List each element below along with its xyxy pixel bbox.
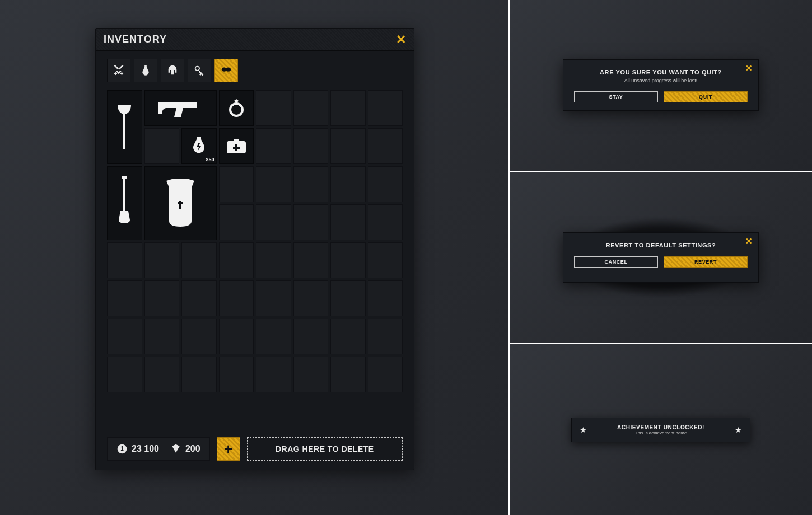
item-shovel[interactable]: [107, 166, 142, 240]
tab-keys[interactable]: [188, 59, 211, 82]
empty-slot[interactable]: [256, 204, 291, 240]
revert-button[interactable]: Revert: [664, 256, 748, 268]
empty-slot[interactable]: [330, 357, 366, 392]
empty-slot[interactable]: [330, 166, 366, 202]
empty-slot[interactable]: [293, 357, 329, 392]
tab-consumables[interactable]: [134, 59, 157, 82]
item-gun[interactable]: [144, 90, 217, 126]
empty-slot[interactable]: [368, 357, 403, 392]
item-axe[interactable]: [107, 90, 142, 164]
stay-button[interactable]: Stay: [574, 91, 658, 102]
empty-slot[interactable]: [330, 242, 366, 278]
delete-dropzone[interactable]: Drag here to delete: [247, 437, 403, 461]
empty-slot[interactable]: [107, 242, 142, 278]
dialog-title: Revert to default settings?: [571, 242, 750, 249]
empty-slot[interactable]: [256, 128, 291, 164]
empty-slot[interactable]: [368, 128, 403, 164]
gems-readout: 200: [170, 443, 200, 455]
empty-slot[interactable]: [368, 90, 403, 126]
item-qty: ×50: [206, 157, 214, 162]
inventory-window: Inventory ✕: [95, 28, 414, 470]
empty-slot[interactable]: [330, 90, 366, 126]
empty-slot[interactable]: [256, 242, 291, 278]
empty-slot[interactable]: [144, 242, 180, 278]
tab-misc[interactable]: [214, 59, 238, 82]
inventory-header: Inventory ✕: [96, 29, 414, 51]
empty-slot[interactable]: [181, 319, 217, 354]
empty-slot[interactable]: [107, 280, 142, 316]
empty-slot[interactable]: [293, 90, 329, 126]
coins-readout: 1 23 100: [116, 443, 159, 455]
empty-slot[interactable]: [219, 166, 254, 202]
empty-slot[interactable]: [256, 357, 291, 392]
empty-slot[interactable]: [293, 204, 329, 240]
potion-icon: [139, 64, 152, 77]
key-icon: [193, 64, 206, 77]
close-icon[interactable]: ✕: [396, 32, 406, 47]
showcase-achievement-toast: ★ Achievement Unclocked! This is achieve…: [510, 344, 812, 515]
empty-slot[interactable]: [181, 357, 217, 392]
vest-icon: [158, 178, 203, 228]
swords-icon: [113, 64, 125, 77]
inventory-grid[interactable]: ×50: [107, 90, 403, 392]
empty-slot[interactable]: [330, 319, 366, 354]
cancel-button[interactable]: Cancel: [574, 256, 658, 268]
empty-slot[interactable]: [256, 319, 291, 354]
empty-slot[interactable]: [368, 280, 403, 316]
item-medkit[interactable]: [219, 128, 254, 164]
empty-slot[interactable]: [219, 280, 254, 316]
quit-dialog: ✕ Are you sure you want to quit? All uns…: [563, 59, 759, 111]
empty-slot[interactable]: [144, 128, 180, 164]
empty-slot[interactable]: [293, 166, 329, 202]
empty-slot[interactable]: [256, 90, 291, 126]
showcase-revert-dialog: ✕ Revert to default settings? Cancel Rev…: [510, 172, 812, 345]
empty-slot[interactable]: [368, 242, 403, 278]
gem-icon: [170, 443, 181, 455]
tab-weapons[interactable]: [107, 59, 130, 82]
empty-slot[interactable]: [219, 242, 254, 278]
item-potion[interactable]: ×50: [181, 128, 217, 164]
helmet-icon: [166, 64, 179, 77]
empty-slot[interactable]: [330, 280, 366, 316]
empty-slot[interactable]: [368, 166, 403, 202]
empty-slot[interactable]: [144, 357, 180, 392]
add-currency-button[interactable]: +: [217, 437, 240, 461]
currency-box: 1 23 100 200: [107, 437, 210, 461]
showcase-panel-inventory: Inventory ✕: [0, 0, 510, 515]
empty-slot[interactable]: [107, 357, 142, 392]
empty-slot[interactable]: [107, 319, 142, 354]
item-vest[interactable]: [144, 166, 217, 240]
svg-text:1: 1: [120, 446, 124, 452]
empty-slot[interactable]: [219, 357, 254, 392]
dialog-subtitle: All unsaved progress will be lost!: [571, 78, 750, 83]
revert-dialog: ✕ Revert to default settings? Cancel Rev…: [563, 232, 759, 283]
empty-slot[interactable]: [293, 242, 329, 278]
empty-slot[interactable]: [219, 204, 254, 240]
empty-slot[interactable]: [293, 128, 329, 164]
dialog-title: Are you sure you want to quit?: [571, 69, 750, 76]
close-icon[interactable]: ✕: [745, 236, 753, 246]
star-icon: ★: [735, 425, 742, 434]
coins-value: 23 100: [132, 444, 159, 454]
empty-slot[interactable]: [368, 204, 403, 240]
close-icon[interactable]: ✕: [745, 63, 753, 73]
empty-slot[interactable]: [330, 128, 366, 164]
star-icon: ★: [580, 425, 587, 434]
empty-slot[interactable]: [144, 280, 180, 316]
empty-slot[interactable]: [368, 319, 403, 354]
showcase-quit-dialog: ✕ Are you sure you want to quit? All uns…: [510, 0, 812, 172]
empty-slot[interactable]: [256, 166, 291, 202]
empty-slot[interactable]: [181, 280, 217, 316]
item-ring[interactable]: [219, 90, 254, 126]
showcase-right-column: ✕ Are you sure you want to quit? All uns…: [510, 0, 812, 515]
empty-slot[interactable]: [144, 319, 180, 354]
empty-slot[interactable]: [330, 204, 366, 240]
empty-slot[interactable]: [219, 319, 254, 354]
svg-point-1: [230, 104, 242, 116]
empty-slot[interactable]: [181, 242, 217, 278]
empty-slot[interactable]: [256, 280, 291, 316]
quit-button[interactable]: Quit: [664, 91, 748, 102]
tab-armor[interactable]: [161, 59, 184, 82]
empty-slot[interactable]: [293, 319, 329, 354]
empty-slot[interactable]: [293, 280, 329, 316]
